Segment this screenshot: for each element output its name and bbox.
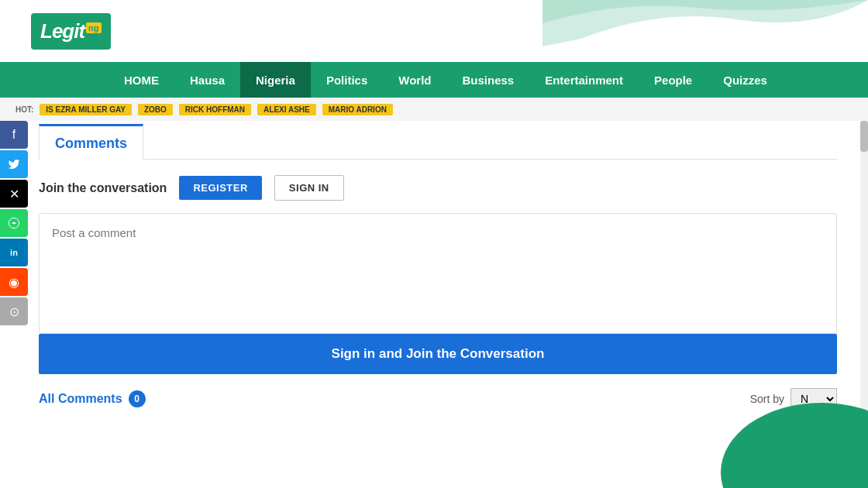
facebook-share-button[interactable]: f [0,121,28,149]
nav-nigeria[interactable]: Nigeria [240,62,311,98]
comments-tab-container: Comments [39,124,837,160]
reddit-share-button[interactable]: ◉ [0,268,28,296]
comments-tab[interactable]: Comments [39,124,143,160]
header-decoration [542,0,868,62]
join-label: Join the conversation [39,181,167,195]
scrollbar[interactable] [860,121,868,488]
hot-bar: HOT: IS EZRA MILLER GAY ZOBO RICK HOFFMA… [0,98,868,121]
comment-count-badge: 0 [129,390,146,407]
nav-home[interactable]: HOME [108,62,174,98]
svg-point-1 [721,403,868,488]
hot-tag-1[interactable]: ZOBO [138,104,173,115]
whatsapp-share-button[interactable] [0,209,28,237]
logo-text: Legit [40,19,84,43]
sort-label: Sort by [750,393,784,405]
hot-tag-2[interactable]: RICK HOFFMAN [179,104,251,115]
main-content: Comments Join the conversation REGISTER … [0,124,868,410]
all-comments-text: All Comments [39,392,122,406]
register-button[interactable]: REGISTER [179,176,261,200]
sign-in-join-button[interactable]: Sign in and Join the Conversation [39,334,837,374]
nav-business[interactable]: Business [446,62,529,98]
hot-tag-3[interactable]: ALEXI ASHE [257,104,316,115]
hot-label: HOT: [16,105,33,114]
sort-row: Sort by N [750,388,837,410]
navbar: HOME Hausa Nigeria Politics World Busine… [0,62,868,98]
nav-quizzes[interactable]: Quizzes [708,62,783,98]
x-share-button[interactable]: ✕ [0,180,28,208]
join-row: Join the conversation REGISTER SIGN IN [39,175,837,201]
twitter-share-button[interactable] [0,150,28,178]
all-comments-row: All Comments 0 Sort by N [39,388,837,410]
copy-link-button[interactable]: ⊙ [0,297,28,325]
nav-politics[interactable]: Politics [311,62,383,98]
nav-hausa[interactable]: Hausa [174,62,240,98]
sort-select[interactable]: N [790,388,837,410]
logo[interactable]: Legit ng [31,13,111,50]
nav-people[interactable]: People [639,62,708,98]
hot-tag-4[interactable]: MARIO ADRION [322,104,393,115]
logo-suffix: ng [86,22,101,33]
linkedin-share-button[interactable]: in [0,239,28,266]
sign-in-button[interactable]: SIGN IN [274,175,344,201]
header: Legit ng [0,0,868,62]
nav-entertainment[interactable]: Entertainment [529,62,639,98]
scrollbar-thumb[interactable] [860,121,868,152]
hot-tag-0[interactable]: IS EZRA MILLER GAY [40,104,132,115]
nav-world[interactable]: World [383,62,446,98]
social-sidebar: f ✕ in ◉ ⊙ [0,121,28,325]
comment-box-wrapper [39,213,837,334]
all-comments-label: All Comments 0 [39,390,146,407]
comment-textarea[interactable] [40,214,836,330]
